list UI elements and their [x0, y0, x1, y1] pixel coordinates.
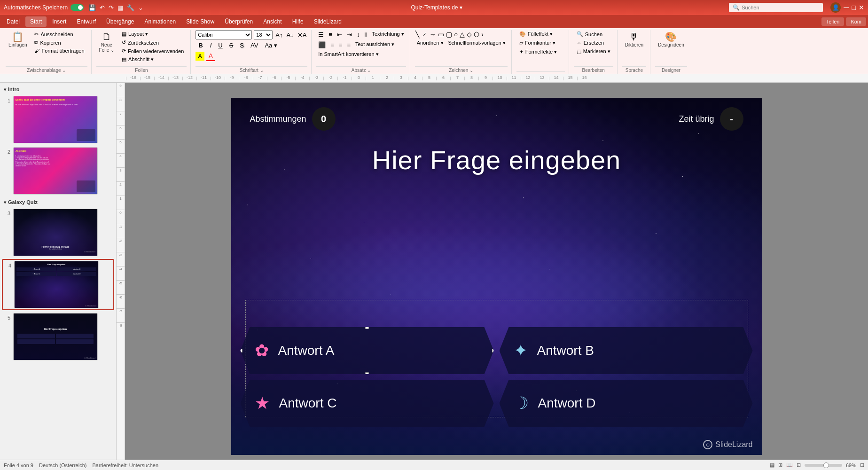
- font-case-button[interactable]: Aa ▾: [262, 41, 280, 50]
- char-spacing-button[interactable]: AV: [248, 41, 260, 50]
- fontkontur-button[interactable]: ▱ Formkontur ▾: [516, 39, 558, 47]
- shape-rect[interactable]: ▭: [438, 30, 445, 39]
- slide-thumb-3[interactable]: 3 PowerPoint Quiz Vorlage Das galaktisch…: [2, 208, 114, 257]
- justify-button[interactable]: ≡: [345, 40, 352, 49]
- shape-diamond[interactable]: ◇: [466, 30, 472, 39]
- ersetzen-button[interactable]: ↔ Ersetzen: [574, 39, 607, 47]
- font-decrease-button[interactable]: A↓: [285, 31, 294, 39]
- menu-hilfe[interactable]: Hilfe: [288, 16, 308, 27]
- fulleffect-button[interactable]: 🎨 Fülleffekt ▾: [516, 30, 556, 38]
- section-intro[interactable]: ▾ Intro: [2, 85, 114, 93]
- slide-thumb-1[interactable]: 1 Danke, dass Sie unser Template verwend…: [2, 95, 114, 144]
- canvas-area[interactable]: Abstimmungen 0 Zeit übrig - Hier Frage e…: [125, 83, 868, 470]
- share-button[interactable]: Teilen: [821, 17, 845, 26]
- menu-ansicht[interactable]: Ansicht: [258, 16, 286, 27]
- clear-format-button[interactable]: ✕A: [297, 31, 308, 39]
- designideen-button[interactable]: 🎨 Designideen: [655, 30, 687, 49]
- view-normal-button[interactable]: ▦: [770, 462, 774, 468]
- italic-button[interactable]: I: [208, 41, 214, 50]
- einfugen-button[interactable]: 📋 Einfügen: [6, 30, 30, 49]
- more-button[interactable]: ⌄: [137, 3, 144, 12]
- text-align-button[interactable]: Text ausrichten ▾: [353, 40, 396, 49]
- minimize-button[interactable]: ─: [844, 3, 849, 12]
- arrange-button[interactable]: Anordnen ▾: [415, 39, 446, 47]
- format-ubertragen-button[interactable]: 🖌 Format übertragen: [31, 47, 87, 55]
- ausschneiden-button[interactable]: ✂ Ausschneiden: [31, 30, 87, 38]
- layout-button[interactable]: ▦ Layout ▾: [119, 30, 187, 38]
- indent-more-button[interactable]: ⇥: [345, 30, 354, 39]
- diktieren-button[interactable]: 🎙 Diktieren: [622, 30, 646, 49]
- slide-thumb-5[interactable]: 5 Hier Frage eingeben ⊙ SlideLizard: [2, 312, 114, 361]
- line-spacing-button[interactable]: ↕: [355, 30, 362, 39]
- view-sorter-button[interactable]: ⊞: [778, 462, 782, 468]
- bold-button[interactable]: B: [195, 40, 205, 50]
- menu-uberpruefen[interactable]: Überprüfen: [220, 16, 258, 27]
- suchen-button[interactable]: 🔍 Suchen: [574, 30, 605, 38]
- shape-line2[interactable]: ⟋: [421, 30, 428, 39]
- zoom-slider[interactable]: [805, 464, 842, 467]
- shape-arrow[interactable]: →: [429, 30, 437, 39]
- slide-thumb-2[interactable]: 2 Anleitung 1. Lieblingsquiz in der List…: [2, 146, 114, 196]
- menu-entwurf[interactable]: Entwurf: [72, 16, 101, 27]
- shape-triangle[interactable]: △: [459, 30, 465, 39]
- slide-question[interactable]: Hier Frage eingeben: [231, 145, 762, 175]
- autosave-toggle[interactable]: [70, 4, 84, 11]
- shadow-button[interactable]: S: [237, 41, 246, 50]
- numbering-button[interactable]: ≡: [327, 30, 334, 39]
- present-button[interactable]: ▦: [117, 3, 124, 12]
- redo-button[interactable]: ↷: [108, 3, 115, 12]
- align-center-button[interactable]: ≡: [328, 40, 336, 49]
- align-left-button[interactable]: ⬛: [316, 40, 328, 49]
- menu-insert[interactable]: Insert: [47, 16, 71, 27]
- view-reading-button[interactable]: 📖: [786, 462, 793, 468]
- font-size-select[interactable]: 18: [254, 30, 273, 39]
- smartart-button[interactable]: In SmartArt konvertieren ▾: [316, 50, 380, 58]
- answer-a[interactable]: ✿ Antwort A: [241, 327, 494, 374]
- customize-button[interactable]: 🔧: [126, 3, 135, 12]
- shape-hexagon[interactable]: ⬡: [473, 30, 480, 39]
- shape-line[interactable]: ╲: [415, 30, 420, 39]
- neue-folie-button[interactable]: 🗋 NeueFolie ⌄: [96, 30, 117, 55]
- menu-animationen[interactable]: Animationen: [140, 16, 180, 27]
- formeffekte-button[interactable]: ✦ Formeffekte ▾: [516, 48, 560, 56]
- indent-less-button[interactable]: ⇤: [335, 30, 344, 39]
- answer-b[interactable]: ✦ Antwort B: [500, 327, 753, 374]
- strikethrough-button[interactable]: S: [227, 41, 236, 50]
- answer-d[interactable]: ☽ Antwort D: [500, 380, 753, 427]
- slide-thumb-4[interactable]: 4 Hier Frage eingeben ✦ Antwort A ✦ Antw…: [2, 259, 114, 310]
- menu-datei[interactable]: Datei: [2, 16, 24, 27]
- font-color-button[interactable]: A: [206, 51, 215, 61]
- align-right-button[interactable]: ≡: [337, 40, 344, 49]
- font-increase-button[interactable]: A↑: [274, 31, 283, 39]
- menu-start[interactable]: Start: [25, 16, 47, 27]
- menu-slidelizard[interactable]: SlideLizard: [309, 16, 346, 27]
- save-button[interactable]: 💾: [87, 3, 97, 12]
- zuruecksetzen-button[interactable]: ↺ Zurücksetzen: [119, 39, 187, 47]
- quick-styles-button[interactable]: Schnellformat-vorlagen ▾: [446, 39, 508, 47]
- fit-zoom-button[interactable]: ⊡: [860, 462, 864, 468]
- comment-button[interactable]: Kom: [846, 17, 866, 26]
- underline-button[interactable]: U: [216, 41, 225, 50]
- search-input[interactable]: [742, 5, 817, 10]
- bullets-button[interactable]: ☰: [316, 30, 326, 39]
- maximize-button[interactable]: □: [852, 4, 856, 11]
- close-button[interactable]: ✕: [859, 4, 864, 11]
- main-slide[interactable]: Abstimmungen 0 Zeit übrig - Hier Frage e…: [231, 98, 762, 455]
- abschnitt-button[interactable]: ▤ Abschnitt ▾: [119, 55, 187, 63]
- menu-ubergange[interactable]: Übergänge: [102, 16, 139, 27]
- text-direction-button[interactable]: Textrichtung ▾: [370, 30, 406, 39]
- menu-slideshow[interactable]: Slide Show: [181, 16, 219, 27]
- answer-c[interactable]: ★ Antwort C: [241, 380, 494, 427]
- font-name-select[interactable]: Calibri: [195, 30, 252, 39]
- section-galaxy-quiz[interactable]: ▾ Galaxy Quiz: [2, 197, 114, 206]
- search-box[interactable]: 🔍: [729, 3, 823, 12]
- undo-button[interactable]: ↶: [99, 3, 106, 12]
- view-slideshow-button[interactable]: ⊡: [797, 462, 801, 468]
- kopieren-button[interactable]: ⧉ Kopieren: [31, 39, 87, 47]
- highlight-button[interactable]: A: [195, 52, 204, 61]
- accessibility[interactable]: Barrierefreiheit: Untersuchen: [92, 462, 158, 468]
- user-avatar[interactable]: 👤: [830, 2, 841, 13]
- shape-chevron[interactable]: ›: [481, 30, 484, 39]
- columns-button[interactable]: ⫴: [362, 30, 369, 39]
- shape-rrect[interactable]: ▢: [446, 30, 453, 39]
